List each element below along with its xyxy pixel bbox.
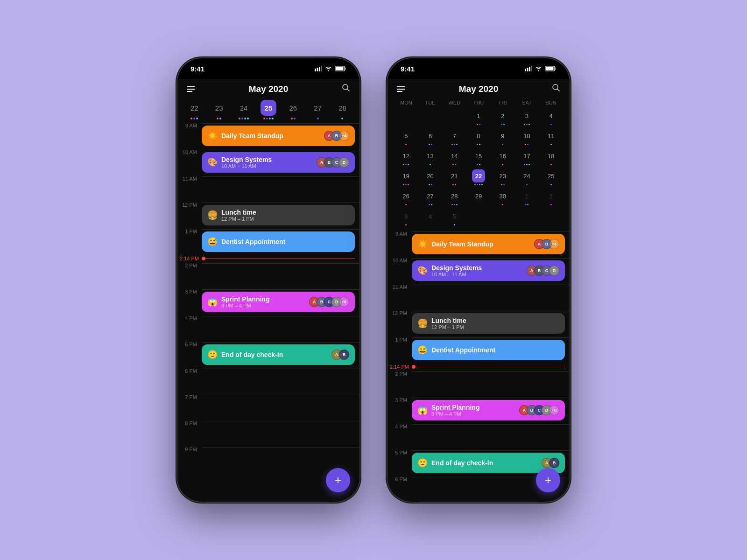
status-icons-2 bbox=[525, 66, 557, 71]
event-title-lunch: Lunch time bbox=[221, 209, 256, 216]
event-card-lunch[interactable]: 🍔Lunch time12 PM – 1 PM bbox=[412, 313, 565, 334]
app-title: May 2020 bbox=[249, 84, 289, 94]
week-day-27[interactable]: 27 bbox=[309, 100, 327, 119]
event-title-dentist: Dentist Appointment bbox=[431, 346, 495, 354]
svg-rect-2 bbox=[319, 67, 320, 71]
event-title-checkin: End of day check-in bbox=[431, 459, 493, 467]
phone-1: 9:41 bbox=[177, 58, 359, 502]
search-button[interactable] bbox=[342, 84, 350, 94]
phone-screen-2: May 2020 MONTUEWEDTHUFRISATSUN1234567891… bbox=[388, 79, 570, 502]
phone-2: 9:41 May 2020 bbox=[388, 58, 570, 502]
svg-rect-3 bbox=[321, 66, 323, 71]
signal-icon-2 bbox=[525, 66, 532, 71]
week-day-28[interactable]: 28 bbox=[333, 100, 352, 119]
svg-rect-14 bbox=[546, 67, 554, 70]
current-time-line: 2:14 PM bbox=[388, 364, 570, 370]
wifi-icon bbox=[325, 66, 332, 71]
event-title-sprint: Sprint Planning bbox=[431, 404, 479, 411]
hamburger-icon-2[interactable] bbox=[397, 86, 405, 92]
event-title-design: Design Systems bbox=[221, 156, 272, 163]
week-day-25[interactable]: 25 bbox=[259, 100, 278, 119]
event-card-standup[interactable]: ☀️Daily Team StandupAB+4 bbox=[412, 234, 565, 254]
week-day-26[interactable]: 26 bbox=[284, 100, 303, 119]
search-button-2[interactable] bbox=[552, 84, 560, 94]
current-time-line: 2:14 PM bbox=[177, 256, 359, 261]
hamburger-icon[interactable] bbox=[187, 86, 195, 92]
svg-line-17 bbox=[557, 89, 559, 91]
event-card-dentist[interactable]: 😅Dentist Appointment bbox=[202, 231, 355, 252]
svg-rect-9 bbox=[525, 69, 526, 71]
schedule-scroll[interactable]: 9 AM☀️Daily Team StandupAB+410 AM🎨Design… bbox=[177, 123, 359, 502]
event-title-standup: Daily Team Standup bbox=[221, 132, 283, 140]
schedule-scroll-2[interactable]: 9 AM☀️Daily Team StandupAB+410 AM🎨Design… bbox=[388, 231, 570, 502]
status-icons bbox=[315, 66, 346, 71]
app-header: May 2020 bbox=[177, 79, 359, 98]
battery-icon-2 bbox=[545, 66, 557, 71]
event-card-design[interactable]: 🎨Design Systems10 AM – 11 AMABCD bbox=[202, 152, 355, 173]
event-title-dentist: Dentist Appointment bbox=[221, 238, 285, 245]
signal-icon bbox=[315, 66, 322, 71]
svg-rect-15 bbox=[555, 68, 557, 70]
event-card-lunch[interactable]: 🍔Lunch time12 PM – 1 PM bbox=[202, 205, 355, 225]
svg-rect-0 bbox=[315, 69, 316, 71]
event-card-dentist[interactable]: 😅Dentist Appointment bbox=[412, 340, 565, 360]
app-header-2: May 2020 bbox=[388, 79, 570, 98]
week-day-22[interactable]: 22 bbox=[185, 100, 204, 119]
event-card-sprint[interactable]: 😱Sprint Planning3 PM – 4 PMABCD+8 bbox=[202, 292, 355, 312]
add-event-button[interactable]: + bbox=[326, 468, 350, 492]
svg-rect-12 bbox=[531, 66, 533, 71]
svg-rect-1 bbox=[317, 68, 318, 71]
event-title-design: Design Systems bbox=[431, 264, 482, 272]
status-time-2: 9:41 bbox=[401, 65, 415, 73]
svg-rect-6 bbox=[345, 68, 346, 70]
event-title-sprint: Sprint Planning bbox=[221, 295, 269, 303]
event-card-standup[interactable]: ☀️Daily Team StandupAB+4 bbox=[202, 126, 355, 146]
svg-rect-11 bbox=[529, 67, 530, 71]
notch-2 bbox=[448, 58, 509, 71]
event-title-lunch: Lunch time bbox=[431, 317, 466, 324]
week-day-23[interactable]: 23 bbox=[210, 100, 228, 119]
status-time: 9:41 bbox=[190, 65, 204, 73]
week-strip: 22232425262728 bbox=[177, 98, 359, 123]
week-day-24[interactable]: 24 bbox=[234, 100, 253, 119]
event-card-design[interactable]: 🎨Design Systems10 AM – 11 AMABCD bbox=[412, 260, 565, 281]
wifi-icon-2 bbox=[535, 66, 542, 71]
svg-rect-5 bbox=[336, 67, 344, 70]
battery-icon bbox=[335, 66, 346, 71]
month-grid: MONTUEWEDTHUFRISATSUN1234567891011121314… bbox=[388, 98, 570, 231]
event-card-sprint[interactable]: 😱Sprint Planning3 PM – 4 PMABCD+8 bbox=[412, 400, 565, 420]
phone-screen: May 2020 22232425262728 9 AM☀️Daily Team… bbox=[177, 79, 359, 502]
app-title-2: May 2020 bbox=[459, 84, 499, 94]
event-title-standup: Daily Team Standup bbox=[431, 240, 493, 248]
svg-line-8 bbox=[347, 89, 349, 91]
event-title-checkin: End of day check-in bbox=[221, 351, 283, 358]
notch bbox=[238, 58, 299, 71]
add-event-button-2[interactable]: + bbox=[536, 468, 560, 492]
svg-rect-10 bbox=[527, 68, 529, 71]
event-card-checkin[interactable]: 🙂End of day check-inAB bbox=[202, 344, 355, 365]
